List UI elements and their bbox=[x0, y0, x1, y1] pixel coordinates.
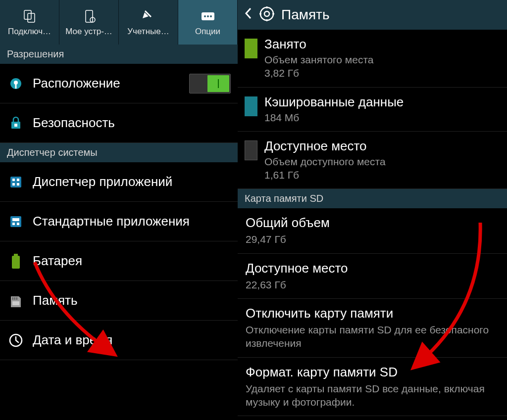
device-icon bbox=[81, 8, 98, 25]
cached-swatch bbox=[245, 96, 257, 116]
setting-location[interactable]: Расположение bbox=[0, 64, 238, 103]
accounts-icon bbox=[140, 8, 157, 25]
sd-avail-value: 22,63 Гб bbox=[246, 278, 499, 291]
sd-unmount-sub: Отключение карты памяти SD для ее безопа… bbox=[246, 323, 499, 350]
battery-icon bbox=[7, 252, 25, 270]
setting-label: Безопасность bbox=[33, 115, 115, 131]
sd-avail-title: Доступное место bbox=[246, 261, 499, 276]
sd-total-value: 29,47 Гб bbox=[246, 233, 499, 246]
sd-unmount-title: Отключить карту памяти bbox=[246, 306, 499, 321]
svg-rect-21 bbox=[14, 254, 18, 256]
avail-value: 1,61 Гб bbox=[264, 168, 500, 182]
sd-available[interactable]: Доступное место 22,63 Гб bbox=[238, 254, 507, 299]
tab-label: Учетные… bbox=[127, 27, 169, 37]
apps-icon bbox=[7, 173, 25, 191]
tab-label: Подключ… bbox=[8, 27, 51, 37]
svg-rect-25 bbox=[14, 297, 15, 300]
toggle-on-indicator bbox=[207, 75, 229, 92]
setting-label: Батарея bbox=[33, 253, 82, 269]
storage-used[interactable]: Занято Объем занятого места 3,82 Гб bbox=[238, 30, 507, 88]
section-sd-card: Карта памяти SD bbox=[238, 189, 507, 208]
used-title: Занято bbox=[264, 37, 500, 52]
svg-rect-15 bbox=[12, 183, 15, 186]
svg-rect-17 bbox=[10, 216, 21, 227]
setting-label: Стандартные приложения bbox=[33, 214, 190, 229]
settings-main-screen: Подключ… Мое устр-… Учетные… Опции Разре… bbox=[0, 0, 238, 420]
sd-total[interactable]: Общий объем 29,47 Гб bbox=[238, 208, 507, 253]
setting-security[interactable]: Безопасность bbox=[0, 103, 238, 143]
setting-app-manager[interactable]: Диспетчер приложений bbox=[0, 162, 238, 202]
sd-unmount[interactable]: Отключить карту памяти Отключение карты … bbox=[238, 299, 507, 358]
svg-rect-16 bbox=[17, 183, 19, 186]
storage-available[interactable]: Доступное место Объем доступного места 1… bbox=[238, 132, 507, 189]
sd-format[interactable]: Формат. карту памяти SD Удаляет с карты … bbox=[238, 358, 507, 417]
svg-rect-13 bbox=[12, 179, 15, 181]
connections-icon bbox=[21, 8, 38, 25]
used-sub: Объем занятого места bbox=[264, 53, 500, 66]
cached-title: Кэшированные данные bbox=[264, 94, 500, 110]
gear-icon bbox=[258, 5, 275, 24]
storage-cached[interactable]: Кэшированные данные 184 Мб bbox=[238, 88, 507, 132]
svg-rect-11 bbox=[14, 124, 17, 127]
setting-default-apps[interactable]: Стандартные приложения bbox=[0, 202, 238, 241]
svg-rect-23 bbox=[12, 301, 19, 305]
location-toggle[interactable] bbox=[189, 74, 231, 93]
section-system: Диспетчер системы bbox=[0, 143, 238, 162]
section-permissions: Разрешения bbox=[0, 45, 238, 64]
svg-rect-14 bbox=[17, 179, 19, 181]
tab-options[interactable]: Опции bbox=[178, 0, 238, 45]
memory-icon bbox=[7, 292, 25, 310]
sd-total-title: Общий объем bbox=[246, 215, 499, 231]
default-apps-icon bbox=[7, 213, 25, 231]
avail-title: Доступное место bbox=[264, 139, 500, 154]
svg-rect-24 bbox=[12, 297, 13, 300]
used-swatch bbox=[245, 39, 257, 58]
svg-rect-19 bbox=[12, 223, 15, 225]
tab-label: Мое устр-… bbox=[65, 27, 112, 37]
clock-icon bbox=[7, 331, 25, 349]
lock-icon bbox=[7, 114, 25, 132]
sd-format-title: Формат. карту памяти SD bbox=[246, 365, 499, 380]
setting-label: Дата и время bbox=[33, 332, 112, 348]
setting-datetime[interactable]: Дата и время bbox=[0, 321, 238, 360]
sd-format-sub: Удаляет с карты памяти SD все данные, вк… bbox=[246, 382, 499, 409]
memory-screen: Память Занято Объем занятого места 3,82 … bbox=[238, 0, 507, 420]
svg-rect-22 bbox=[12, 256, 20, 269]
svg-point-28 bbox=[260, 7, 273, 20]
header-bar: Память bbox=[238, 0, 507, 30]
svg-rect-18 bbox=[12, 218, 19, 221]
svg-rect-2 bbox=[86, 10, 93, 22]
svg-rect-12 bbox=[10, 177, 21, 187]
svg-point-5 bbox=[204, 15, 206, 17]
avail-swatch bbox=[245, 140, 257, 160]
avail-sub: Объем доступного места bbox=[264, 155, 500, 168]
cached-value: 184 Мб bbox=[264, 111, 500, 124]
setting-label: Память bbox=[33, 293, 78, 308]
setting-memory[interactable]: Память bbox=[0, 281, 238, 321]
setting-label: Расположение bbox=[33, 76, 120, 91]
setting-label: Диспетчер приложений bbox=[33, 174, 172, 189]
options-icon bbox=[200, 8, 216, 25]
svg-point-7 bbox=[210, 15, 212, 17]
setting-battery[interactable]: Батарея bbox=[0, 241, 238, 281]
tab-my-device[interactable]: Мое устр-… bbox=[59, 0, 119, 45]
top-tabs: Подключ… Мое устр-… Учетные… Опции bbox=[0, 0, 238, 45]
tab-connections[interactable]: Подключ… bbox=[0, 0, 59, 45]
svg-point-29 bbox=[264, 11, 269, 16]
used-value: 3,82 Гб bbox=[264, 66, 500, 80]
svg-rect-20 bbox=[17, 223, 19, 225]
tab-label: Опции bbox=[195, 27, 220, 37]
header-title: Память bbox=[281, 7, 330, 23]
svg-point-6 bbox=[207, 15, 209, 17]
back-icon[interactable] bbox=[244, 7, 253, 23]
location-icon bbox=[7, 75, 25, 93]
tab-accounts[interactable]: Учетные… bbox=[119, 0, 178, 45]
svg-rect-26 bbox=[16, 297, 17, 300]
